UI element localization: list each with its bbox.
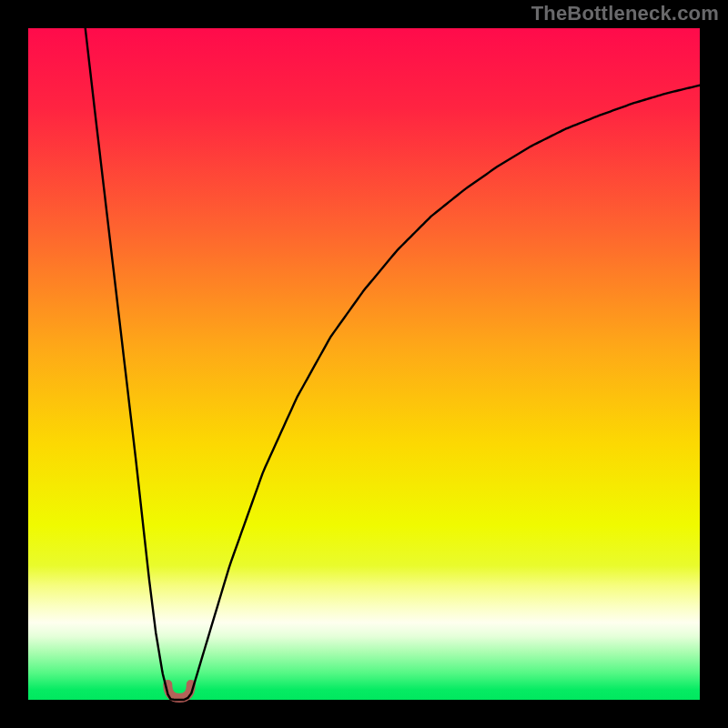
chart-svg: [0, 0, 728, 728]
plot-background: [28, 28, 700, 700]
watermark-text: TheBottleneck.com: [531, 2, 719, 25]
chart-container: TheBottleneck.com: [0, 0, 728, 728]
